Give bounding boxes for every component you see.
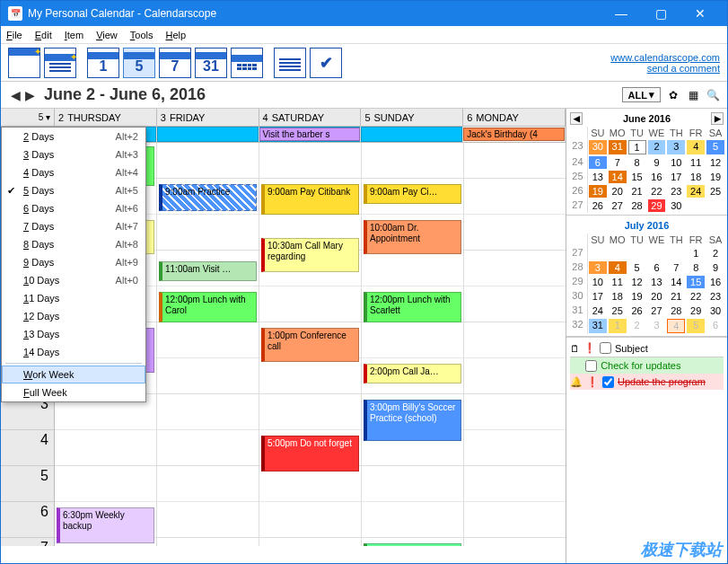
link-comment[interactable]: send a comment <box>610 63 720 74</box>
mini-cal-day[interactable] <box>609 247 627 260</box>
calendar-event[interactable]: 3:00pm Billy's Soccer Practice (school) <box>364 400 461 441</box>
mini-cal-day[interactable]: 2 <box>706 247 724 260</box>
mini-cal-day[interactable]: 18 <box>687 171 705 183</box>
tool-31day[interactable]: 31 <box>195 48 227 78</box>
mini-cal-day[interactable]: 12 <box>706 156 724 169</box>
mini-cal-day[interactable]: 5 <box>687 319 705 333</box>
calendar-event[interactable]: 12:00pm Lunch with Carol <box>159 292 257 322</box>
mini-cal-day[interactable]: 29 <box>687 304 705 317</box>
mini-cal-day[interactable]: 20 <box>648 290 666 303</box>
mini-cal-day[interactable]: 25 <box>609 304 627 317</box>
mini-cal-day[interactable]: 29 <box>648 199 666 212</box>
mini-cal-day[interactable]: 1 <box>687 247 705 260</box>
mini-cal-day[interactable]: 15 <box>687 276 705 288</box>
grid-icon[interactable]: ▦ <box>686 88 700 102</box>
mini-cal-day[interactable]: 28 <box>667 304 685 317</box>
menu-file[interactable]: File <box>6 30 22 40</box>
tool-new-day[interactable]: ✦ <box>8 48 40 78</box>
days-count-dropdown[interactable]: 5 ▾ <box>1 109 55 126</box>
mini-cal-day[interactable]: 30 <box>667 199 685 212</box>
filter-all-button[interactable]: ALL▾ <box>622 87 661 102</box>
mini-cal-day[interactable]: 6 <box>589 156 607 169</box>
calendar-event[interactable]: 9:00am Pay Citibank <box>261 184 359 215</box>
calendar-event[interactable]: 2:00pm Call Ja… <box>364 364 461 383</box>
mini-cal-day[interactable]: 9 <box>648 156 666 169</box>
mini-cal-day[interactable] <box>706 199 724 212</box>
mini-cal-day[interactable]: 3 <box>648 319 666 333</box>
mini-cal-day[interactable]: 28 <box>628 199 646 212</box>
mini-cal-day[interactable]: 31 <box>589 319 607 333</box>
calendar-event[interactable]: 5:00pm Do not forget <box>261 436 359 471</box>
calendar-event[interactable]: 9:00am Practice <box>159 184 257 211</box>
menu-edit[interactable]: Edit <box>35 30 52 40</box>
calendar-event[interactable]: 7:30pm <box>364 543 461 546</box>
task-row[interactable]: 🔔❗Update the program <box>570 374 724 390</box>
tool-5day[interactable]: 5 <box>123 48 155 78</box>
mini-cal-day[interactable]: 4 <box>609 261 627 274</box>
mini-cal-day[interactable]: 11 <box>687 156 705 169</box>
mini-cal-day[interactable]: 14 <box>609 171 627 183</box>
allday-event[interactable]: Jack's Birthday (4 <box>463 128 565 141</box>
mini-cal-day[interactable]: 19 <box>628 290 646 303</box>
mini-cal-day[interactable]: 6 <box>706 319 724 333</box>
mini-cal-day[interactable]: 13 <box>648 276 666 288</box>
next-range-button[interactable]: ▶ <box>22 86 37 104</box>
dropdown-item[interactable]: 14 Days <box>2 343 145 361</box>
mini-cal-day[interactable]: 2 <box>628 319 646 333</box>
mini-cal-day[interactable]: 12 <box>628 276 646 288</box>
dropdown-item[interactable]: 6 DaysAlt+6 <box>2 199 145 217</box>
mini-cal-day[interactable]: 10 <box>589 276 607 288</box>
mini-cal-day[interactable]: 30 <box>706 304 724 317</box>
mini-cal-day[interactable]: 17 <box>667 171 685 183</box>
prev-month-button[interactable]: ◀ <box>570 112 583 125</box>
dropdown-item[interactable]: 2 DaysAlt+2 <box>2 128 145 145</box>
mini-cal-day[interactable] <box>589 247 607 260</box>
mini-cal-day[interactable]: 30 <box>589 140 607 154</box>
mini-cal-day[interactable]: 2 <box>648 140 666 154</box>
dropdown-item[interactable]: 12 Days <box>2 307 145 325</box>
task-new-icon[interactable]: 🗒 <box>570 343 580 354</box>
mini-cal-day[interactable]: 4 <box>687 140 705 154</box>
dropdown-item[interactable]: 9 DaysAlt+9 <box>2 253 145 271</box>
mini-cal-day[interactable]: 1 <box>609 319 627 333</box>
mini-cal-day[interactable]: 25 <box>706 185 724 198</box>
calendar-event[interactable]: 11:00am Visit … <box>159 261 257 281</box>
mini-cal-day[interactable]: 7 <box>609 156 627 169</box>
dropdown-item[interactable]: 13 Days <box>2 325 145 343</box>
mini-cal-day[interactable]: 16 <box>648 171 666 183</box>
search-icon[interactable]: 🔍 <box>706 88 720 102</box>
mini-cal-day[interactable]: 8 <box>687 261 705 274</box>
dropdown-item[interactable]: 7 DaysAlt+7 <box>2 217 145 235</box>
mini-cal-day[interactable]: 17 <box>589 290 607 303</box>
tool-month[interactable] <box>231 48 263 78</box>
task-checkbox[interactable] <box>585 360 597 372</box>
mini-cal-day[interactable]: 5 <box>706 140 724 154</box>
mini-cal-day[interactable]: 7 <box>667 261 685 274</box>
mini-cal-day[interactable]: 11 <box>609 276 627 288</box>
mini-cal-day[interactable]: 24 <box>589 304 607 317</box>
dropdown-item[interactable]: ✔5 DaysAlt+5 <box>2 181 145 199</box>
mini-cal-day[interactable]: 31 <box>609 140 627 154</box>
tool-list[interactable] <box>274 48 306 78</box>
tool-tasks[interactable]: ✔ <box>310 48 342 78</box>
menu-tools[interactable]: Tools <box>130 30 153 40</box>
mini-cal-day[interactable]: 18 <box>609 290 627 303</box>
gear-icon[interactable]: ✿ <box>666 88 680 102</box>
dropdown-item[interactable]: 10 DaysAlt+0 <box>2 271 145 289</box>
calendar-event[interactable]: 10:00am Dr. Appointment <box>364 220 461 254</box>
mini-cal-day[interactable] <box>667 247 685 260</box>
minimize-button[interactable]: — <box>601 1 641 26</box>
mini-cal-day[interactable]: 4 <box>667 319 685 333</box>
link-website[interactable]: www.calendarscope.com <box>610 52 720 63</box>
mini-cal-day[interactable]: 13 <box>589 171 607 183</box>
mini-cal-day[interactable]: 24 <box>687 185 705 198</box>
mini-cal-day[interactable]: 19 <box>589 185 607 198</box>
dropdown-item[interactable]: 8 DaysAlt+8 <box>2 235 145 253</box>
tool-7day[interactable]: 7 <box>159 48 191 78</box>
tool-new-week[interactable]: ✦ <box>44 48 76 78</box>
mini-cal-day[interactable]: 23 <box>667 185 685 198</box>
mini-cal-day[interactable]: 26 <box>628 304 646 317</box>
mini-cal-day[interactable]: 5 <box>628 261 646 274</box>
mini-cal-day[interactable]: 15 <box>628 171 646 183</box>
mini-cal-day[interactable] <box>648 247 666 260</box>
